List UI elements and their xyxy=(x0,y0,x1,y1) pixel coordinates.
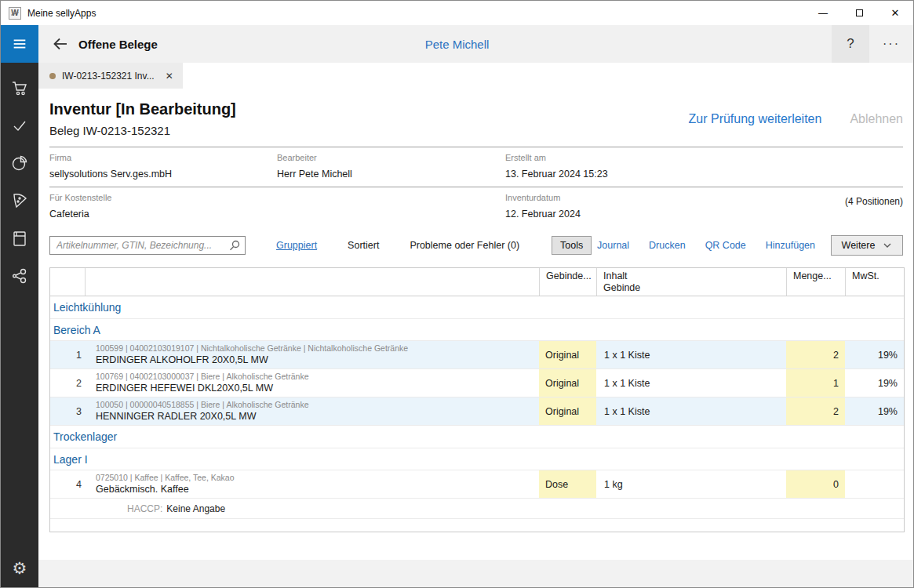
gear-icon: ⚙ xyxy=(13,559,27,578)
haccp-note-row: HACCP: Keine Angabe xyxy=(50,499,904,519)
help-icon: ? xyxy=(847,36,854,52)
row-number: 1 xyxy=(50,341,85,368)
maximize-icon xyxy=(856,9,863,16)
tools-button[interactable]: Tools xyxy=(552,236,592,255)
reject-button[interactable]: Ablehnen xyxy=(850,112,903,126)
pizza-slice-icon xyxy=(10,191,29,210)
item-name: ERDINGER ALKOHOLFR 20X0,5L MW xyxy=(96,354,539,366)
table-row[interactable]: 4 0725010 | Kaffee | Kaffee, Tee, Kakao … xyxy=(50,470,904,499)
main-content: Inventur [In Bearbeitung] Beleg IW-0213-… xyxy=(38,89,913,560)
gebinde-cell[interactable]: Original xyxy=(539,397,596,425)
tab-label: IW-0213-152321 Inv... xyxy=(62,71,155,82)
menge-cell[interactable]: 2 xyxy=(786,397,845,425)
minimize-button[interactable]: — xyxy=(805,1,841,25)
gebinde-cell[interactable]: Original xyxy=(539,341,596,368)
app-window: W Meine sellyApps — ✕ Offene Belege Pete… xyxy=(0,0,914,588)
tab-bar: IW-0213-152321 Inv... ✕ xyxy=(38,63,913,89)
group-row-trockenlager[interactable]: Trockenlager xyxy=(50,426,904,448)
item-meta: 0725010 | Kaffee | Kaffee, Tee, Kakao xyxy=(96,473,539,483)
header-menge[interactable]: Menge... xyxy=(786,268,845,296)
tab-inventur[interactable]: IW-0213-152321 Inv... ✕ xyxy=(38,63,183,89)
table-row[interactable]: 3 100050 | 00000040518855 | Biere | Alko… xyxy=(50,397,904,426)
item-name: HENNINGER RADLER 20X0,5L MW xyxy=(96,410,539,423)
field-label: Für Kostenstelle xyxy=(49,193,505,202)
field-bearbeiter: Bearbeiter Herr Pete Michell xyxy=(277,153,505,180)
gebinde-cell[interactable]: Dose xyxy=(539,470,596,498)
sidebar-item-tasks[interactable] xyxy=(1,107,38,144)
window-controls: — ✕ xyxy=(805,1,913,25)
row-number: 3 xyxy=(50,397,85,425)
inhalt-cell: 1 x 1 Kiste xyxy=(596,341,786,368)
subgroup-row-lager-i[interactable]: Lager I xyxy=(50,448,904,470)
back-button[interactable] xyxy=(46,30,75,58)
minimize-icon: — xyxy=(818,8,828,19)
forward-for-review-button[interactable]: Zur Prüfung weiterleiten xyxy=(689,112,822,126)
field-label: Inventurdatum xyxy=(505,193,903,202)
weitere-dropdown[interactable]: Weitere xyxy=(831,235,903,256)
hamburger-icon xyxy=(11,35,28,53)
toolbar: Gruppiert Sortiert Probleme oder Fehler … xyxy=(49,234,903,256)
journal-link[interactable]: Journal xyxy=(597,240,629,251)
book-icon xyxy=(10,229,29,248)
haccp-value: Keine Angabe xyxy=(166,503,225,514)
menge-cell[interactable]: 1 xyxy=(786,369,845,397)
gebinde-cell[interactable]: Original xyxy=(539,369,596,397)
sidebar: ⚙ xyxy=(1,63,38,588)
mwst-cell: 19% xyxy=(845,369,905,397)
field-kostenstelle: Für Kostenstelle Cafeteria xyxy=(49,193,505,220)
field-value: 12. Februar 2024 xyxy=(505,209,903,220)
field-inventurdatum: Inventurdatum 12. Februar 2024 xyxy=(505,193,903,220)
header-inhalt[interactable]: Inhalt Gebinde xyxy=(596,268,786,296)
field-firma: Firma sellysolutions Serv.ges.mbH xyxy=(49,153,277,180)
item-name: ERDINGER HEFEWEI DKL20X0,5L MW xyxy=(96,382,539,394)
table-row[interactable]: 1 100599 | 04002103019107 | Nichtalkohol… xyxy=(50,341,904,369)
inhalt-cell: 1 kg xyxy=(596,470,786,498)
subgroup-row-bereich-a[interactable]: Bereich A xyxy=(50,319,904,341)
title-bar: W Meine sellyApps — ✕ xyxy=(1,1,913,25)
sidebar-item-food[interactable] xyxy=(1,182,38,220)
app-header: Offene Belege Pete Michell ? ··· xyxy=(1,25,913,63)
menge-cell[interactable]: 0 xyxy=(786,470,845,498)
header-mwst[interactable]: MwSt. xyxy=(845,268,905,296)
row-description: 0725010 | Kaffee | Kaffee, Tee, Kakao Ge… xyxy=(85,470,539,498)
row-description: 100050 | 00000040518855 | Biere | Alkoho… xyxy=(85,397,539,425)
group-row-leichtkuehlung[interactable]: Leichtkühlung xyxy=(50,296,904,319)
row-description: 100769 | 04002103000037 | Biere | Alkoho… xyxy=(85,369,539,397)
row-number: 2 xyxy=(50,369,85,397)
hamburger-menu-button[interactable] xyxy=(1,25,38,63)
header-gebinde[interactable]: Gebinde... xyxy=(539,268,596,296)
qr-code-link[interactable]: QR Code xyxy=(705,240,746,251)
drucken-link[interactable]: Drucken xyxy=(649,240,686,251)
weitere-label: Weitere xyxy=(842,240,876,251)
action-links: Journal Drucken QR Code Hinzufügen xyxy=(597,240,815,251)
help-button[interactable]: ? xyxy=(832,25,869,63)
toggle-probleme[interactable]: Probleme oder Fehler (0) xyxy=(410,240,519,251)
header-number-column xyxy=(50,268,85,296)
sidebar-item-journal[interactable] xyxy=(1,220,38,257)
menge-cell[interactable]: 2 xyxy=(786,341,845,368)
tab-status-dot xyxy=(49,73,56,79)
inhalt-cell: 1 x 1 Kiste xyxy=(596,369,786,397)
hinzufuegen-link[interactable]: Hinzufügen xyxy=(766,240,815,251)
sidebar-item-share[interactable] xyxy=(1,257,38,295)
tab-close-icon[interactable]: ✕ xyxy=(166,71,173,82)
toggle-gruppiert[interactable]: Gruppiert xyxy=(276,240,317,251)
subgroup-label: Lager I xyxy=(53,453,88,466)
row-number: 4 xyxy=(50,470,85,498)
sidebar-item-cart[interactable] xyxy=(1,69,38,107)
table-row[interactable]: 2 100769 | 04002103000037 | Biere | Alko… xyxy=(50,369,904,397)
sidebar-item-reports[interactable] xyxy=(1,144,38,182)
toggle-sortiert[interactable]: Sortiert xyxy=(348,240,379,251)
maximize-button[interactable] xyxy=(841,1,877,25)
page-title: Offene Belege xyxy=(78,38,158,51)
fields-row-1: Firma sellysolutions Serv.ges.mbH Bearbe… xyxy=(49,147,903,187)
search-input[interactable] xyxy=(49,236,246,255)
user-name-link[interactable]: Pete Michell xyxy=(425,38,490,51)
ellipsis-icon: ··· xyxy=(883,37,900,51)
document-header: Inventur [In Bearbeitung] Beleg IW-0213-… xyxy=(49,89,903,137)
close-button[interactable]: ✕ xyxy=(877,1,913,25)
app-logo-icon: W xyxy=(9,7,21,20)
more-options-button[interactable]: ··· xyxy=(869,25,913,63)
settings-button[interactable]: ⚙ xyxy=(1,553,38,584)
search-icon[interactable] xyxy=(228,239,241,252)
